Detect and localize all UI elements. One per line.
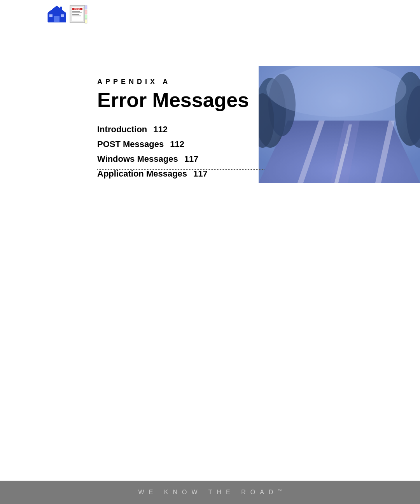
svg-rect-13	[72, 16, 81, 16]
svg-rect-12	[72, 14, 79, 15]
svg-text:INDEX: INDEX	[74, 8, 80, 10]
svg-rect-4	[49, 14, 52, 17]
appendix-label: APPENDIX A	[97, 78, 420, 86]
toc-page-application: 117	[193, 169, 208, 179]
tagline-text: WE KNOW THE ROAD™	[138, 488, 282, 496]
svg-marker-1	[48, 6, 66, 13]
svg-rect-3	[54, 16, 60, 22]
toc-label-post: POST Messages	[97, 139, 164, 149]
index-button[interactable]: INDEX	[68, 4, 89, 24]
chapter-title: Error Messages	[97, 89, 420, 111]
dotted-separator	[97, 169, 264, 170]
svg-rect-5	[61, 14, 64, 17]
svg-rect-14	[85, 5, 87, 9]
svg-rect-2	[60, 7, 62, 11]
top-navigation: INDEX	[47, 4, 89, 24]
toc-page-post: 112	[170, 139, 184, 149]
svg-rect-16	[85, 15, 87, 19]
main-content: APPENDIX A Error Messages	[0, 66, 420, 135]
svg-rect-15	[85, 10, 87, 14]
svg-rect-10	[72, 11, 80, 12]
toc-label-application: Application Messages	[97, 169, 187, 179]
svg-rect-17	[85, 19, 87, 23]
toc-page-windows: 117	[184, 154, 199, 164]
bottom-bar: WE KNOW THE ROAD™	[0, 481, 420, 504]
svg-rect-11	[72, 12, 82, 13]
toc-label-windows: Windows Messages	[97, 154, 178, 164]
chapter-header: APPENDIX A Error Messages	[0, 66, 420, 135]
home-button[interactable]	[47, 4, 67, 24]
